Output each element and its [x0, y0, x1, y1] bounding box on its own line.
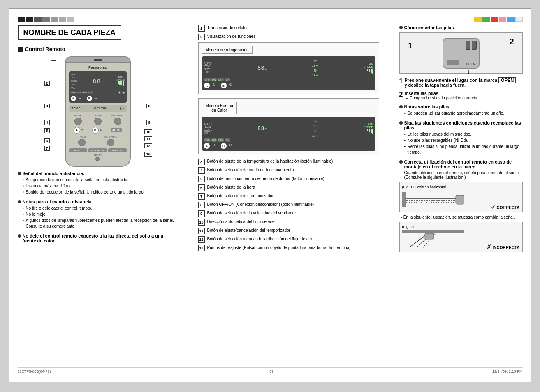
reset-btn[interactable]: [95, 157, 100, 161]
display-fan-area: FAN SPEED: [116, 76, 125, 86]
num-9: 9: [198, 210, 205, 217]
du-modes-2: AUTO HEAT COOL DRY: [204, 122, 212, 134]
fanspeed-btn[interactable]: [114, 118, 121, 125]
model2-label-text2: de Calor: [211, 108, 227, 113]
timer-airswing-row: TIMER AIR SWING: [69, 136, 127, 146]
sun-icon-2: ⊕: [313, 119, 317, 123]
battery-diagram: 1 2 OPEN ↓: [399, 32, 523, 74]
reemplazo-item-2: No use pilas recargables (Ni-Cd).: [404, 138, 523, 143]
display-modes-list: AUTO HEAT COOL DRY FAN: [71, 73, 78, 90]
temp-btn-label[interactable]: TEMP: [72, 106, 81, 110]
du-row2: AUTO HEAT COOL DRY 88c ⊕ 18H ⊕ 18H: [204, 119, 373, 138]
speed-label-1: SPEED: [364, 65, 373, 68]
ab-auto-row: A ⊙ B ⊙ AUTO: [69, 127, 127, 134]
timer-btn-group: TIMER: [78, 136, 86, 146]
fanspeed-label: FAN SPEED: [111, 114, 125, 117]
ir-emitter: [94, 59, 102, 61]
du-div-1: [218, 83, 218, 88]
main-content: NOMBRE DE CADA PIEZA Control Remoto 1 2 …: [18, 25, 523, 363]
item-13: 13 Puntos de reajuste (Pulsar con un obj…: [198, 245, 379, 251]
color-block-6: [59, 17, 66, 22]
notes-pilas-dot: [399, 105, 403, 108]
airswing-btn[interactable]: [107, 139, 114, 146]
footer-left: 12CTP5-08S(64-72): [18, 369, 51, 374]
correcta-dot: [399, 160, 403, 164]
anno-6: 6: [44, 138, 50, 143]
mode-auto: AUTO: [71, 73, 78, 76]
fan-bars-2: [367, 129, 373, 134]
remote-ir-top: [66, 57, 130, 63]
mode-dry: DRY: [71, 83, 78, 86]
num-3: 3: [198, 159, 205, 165]
num-13: 13: [198, 245, 205, 251]
left-panel: NOMBRE DE CADA PIEZA Control Remoto 1 2 …: [18, 25, 178, 363]
on-label-2: ON: [88, 91, 93, 94]
mode-btn[interactable]: [74, 118, 82, 125]
setcancel-btn[interactable]: SET/CANCEL: [88, 148, 107, 152]
item-8: 8 Botón OFF/ON (Conexión/desconexión) (b…: [198, 202, 379, 208]
du-ab-a-1: A: [204, 83, 210, 88]
du-cool-1: COOL: [204, 65, 212, 68]
anno-num-4: 4: [44, 120, 50, 125]
battery-dot: [399, 26, 403, 29]
b-btn[interactable]: B: [92, 127, 99, 134]
subsection-label: Control Remoto: [25, 46, 65, 52]
a-btn[interactable]: A: [74, 127, 80, 134]
du-modes-1: AUTO COOL DRY FAN: [204, 62, 212, 74]
mode-label: MODE: [74, 114, 82, 117]
du-ab-row-1: A ⊙ B ⊙: [204, 83, 373, 88]
fbar4: [372, 69, 373, 74]
manual-btn[interactable]: MANUAL: [108, 148, 127, 152]
page-footer: 12CTP5-08S(64-72) 67 12/24/09, 2:13 PM: [18, 367, 523, 374]
color-block-3: [34, 17, 42, 22]
mode-cool: COOL: [71, 80, 78, 83]
speed-label-2: SPEED: [364, 126, 373, 129]
item-1-text: Transmisor de señales: [207, 25, 249, 31]
footer-center: 67: [269, 369, 273, 374]
anno-3: 3: [44, 104, 50, 108]
bar1: [118, 81, 119, 84]
correcta-section: Correcta utilización del control remoto …: [399, 159, 523, 252]
du-cool-2: COOL: [204, 128, 212, 131]
correcta-label: CORRECTA: [497, 205, 520, 210]
anno-num-13: 13: [144, 152, 152, 157]
du-offon-1: OFF ON OFF ON: [204, 78, 230, 81]
divider-right: [389, 25, 389, 363]
auto-btn[interactable]: AUTO: [111, 128, 122, 132]
du-heat-2: HEAT: [204, 125, 212, 128]
bar3: [121, 81, 122, 85]
sleep-btn[interactable]: [94, 118, 102, 125]
color-block-5: [51, 17, 58, 22]
anno-7: 7: [44, 146, 50, 151]
color-block-7: [67, 17, 74, 22]
remote-control-illustration: 1 2 3 4 5 6: [18, 56, 178, 167]
mode-heat: HEAT: [71, 76, 78, 79]
timer-btn[interactable]: [78, 139, 86, 146]
fig1-diagram: (Fig. 1) Posición horizontal ✓ CORRECTA: [399, 182, 523, 212]
model2-label-text: Modelo Bomba: [206, 104, 233, 108]
offon-btn-label[interactable]: OFF/ON: [94, 106, 107, 110]
fig2-note-text: En la siguiente ilustración, se muestra …: [403, 215, 515, 219]
item-8-text: Botón OFF/ON (Conexión/desconexión) (bot…: [207, 202, 314, 208]
sun-icon-1: ⊕: [313, 58, 317, 63]
off2-1: OFF: [218, 78, 224, 81]
temp-18-3: 18H: [312, 124, 318, 128]
select-btn[interactable]: SELECT: [69, 148, 88, 152]
on1-2: ON: [211, 138, 217, 142]
battery-cells: [466, 41, 477, 50]
temp-18-2: 18H: [312, 74, 318, 77]
fbar2-2: [369, 129, 370, 132]
power-icon: ⏻: [120, 106, 124, 111]
right-panel: Cómo insertar las pilas 1 2 OPEN ↓: [399, 25, 523, 363]
color-block-right-4: [499, 17, 506, 22]
du-fan-2: FAN SPEED: [364, 123, 373, 134]
anno-8: 8: [146, 104, 152, 108]
anno-num-3: 3: [44, 104, 50, 108]
on1-1: ON: [211, 78, 217, 81]
a-btn-group: A ⊙: [74, 127, 83, 134]
item-7: 7 Botón de selección del temporizador: [198, 193, 379, 200]
notes-item-2: No lo moje.: [23, 212, 178, 217]
display-btn-b: B: [87, 96, 92, 101]
diagram-step-2: 2: [509, 37, 514, 46]
reemplazo-item-1: Utilice pilas nuevas del mismo tipo.: [404, 131, 523, 137]
